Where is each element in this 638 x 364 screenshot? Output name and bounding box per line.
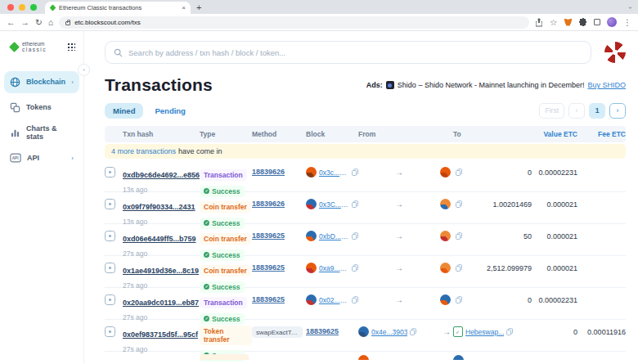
zoom-window-button[interactable] — [30, 4, 37, 11]
txn-hash-link[interactable]: 0xd06e6449ff5...b759 — [123, 235, 196, 243]
table-row[interactable]: 0x09f79f90334...243113s ago Coin transfe… — [105, 192, 626, 224]
ads-link[interactable]: Buy SHIDO — [587, 81, 626, 89]
copy-icon[interactable] — [352, 232, 358, 240]
col-value-sort[interactable]: Value ETC — [532, 130, 577, 138]
network-switcher-grid-icon[interactable] — [68, 43, 75, 51]
minimize-window-button[interactable] — [19, 4, 25, 11]
reload-icon[interactable]: ↻ — [35, 18, 43, 27]
profile-avatar[interactable] — [607, 17, 617, 27]
fee-cell: 0.00002231 — [532, 166, 577, 177]
tab-overflow-chevron-icon[interactable]: › — [627, 7, 634, 9]
new-transactions-banner: 4 more transactions have come in — [105, 144, 626, 159]
sidebar: ethereum classic ‹ Blockchain › Tokens — [0, 31, 84, 363]
close-tab-icon[interactable]: × — [182, 5, 186, 11]
tab-mined[interactable]: Mined — [105, 103, 143, 119]
from-avatar — [306, 263, 317, 273]
tab-title: Ethereum Classic transactions — [59, 4, 178, 11]
table-row[interactable]: 0xd06e6449ff5...b75927s ago Coin transfe… — [105, 224, 626, 256]
arrow-right-icon: → — [440, 326, 453, 336]
side-panel-icon[interactable] — [594, 19, 600, 25]
txn-hash-link[interactable]: 0x0ef983715d5f...95cf — [123, 330, 198, 339]
pagination-prev-button[interactable]: ‹ — [568, 103, 585, 119]
from-address[interactable]: 0xa9...893b — [306, 262, 358, 273]
status-badge: ✓Success — [200, 249, 245, 261]
home-icon[interactable]: ⌂ — [48, 18, 53, 27]
copy-icon[interactable] — [352, 264, 358, 272]
from-address[interactable]: 0x02...C1b5 — [306, 294, 358, 305]
logo-text: ethereum classic — [22, 42, 68, 53]
value-cell: 50 — [453, 230, 532, 240]
extensions-puzzle-icon[interactable] — [579, 18, 587, 26]
sidebar-item-label: Blockchain — [26, 78, 65, 86]
table-row[interactable]: 0x20aa9dc0119...eb8727s ago Transaction✓… — [105, 288, 626, 320]
type-badge: Coin transfer — [200, 265, 251, 276]
type-badge: Coin transfer — [200, 201, 251, 213]
toolbar-icons: ☆ ⋮ — [535, 17, 631, 27]
sidebar-item-api[interactable]: API API › — [4, 147, 79, 169]
to-address[interactable]: Hebeswap... — [453, 326, 532, 337]
txn-hash-link[interactable]: 0x09f79f90334...2431 — [123, 203, 195, 211]
txn-hash-link[interactable]: 0xdb9c6de4692...e856 — [123, 171, 200, 179]
copy-icon[interactable] — [352, 200, 358, 208]
forward-icon[interactable]: → — [21, 18, 30, 27]
to-address[interactable]: 0x02...C1b5 — [440, 294, 453, 305]
copy-icon[interactable] — [410, 328, 416, 335]
table-row[interactable]: 0x0ef983715d5f...95cf27s ago Token trans… — [105, 320, 626, 352]
bookmark-star-icon[interactable]: ☆ — [550, 18, 557, 27]
copy-icon[interactable] — [352, 296, 358, 303]
transactions-table: Txn hash Type Method Block From To Value… — [105, 126, 626, 360]
account-identicon[interactable] — [604, 42, 626, 63]
tab-pending[interactable]: Pending — [146, 103, 193, 119]
lock-icon[interactable] — [65, 21, 70, 25]
arrow-right-icon: → — [358, 198, 440, 209]
to-avatar — [440, 199, 451, 209]
sidebar-item-tokens[interactable]: Tokens — [4, 97, 79, 119]
table-row[interactable]: 0xdb9c6de4692...e85613s ago Transaction✓… — [105, 160, 626, 192]
to-address[interactable]: 0xEB...6e7E — [440, 230, 453, 241]
table-header-row: Txn hash Type Method Block From To Value… — [105, 126, 626, 142]
col-fee-sort[interactable]: Fee ETC — [577, 130, 626, 138]
value-cell: 0 — [453, 166, 532, 177]
metamask-extension-icon[interactable] — [564, 19, 573, 26]
to-address[interactable]: 0x3c...2695 — [440, 166, 453, 178]
back-icon[interactable]: ← — [7, 18, 16, 27]
from-address[interactable]: 0x3c...2695 — [306, 166, 358, 178]
search-bar[interactable] — [105, 41, 591, 64]
block-link[interactable]: 18839626 — [252, 166, 306, 176]
to-address[interactable]: 0x57...6b21 — [440, 198, 453, 209]
ads-text: Shido – Shido Network - Mainnet launchin… — [398, 81, 585, 89]
address-bar[interactable]: etc.blockscout.com/txs — [59, 16, 529, 29]
close-window-button[interactable] — [7, 4, 14, 11]
copy-icon[interactable] — [506, 328, 513, 335]
pagination-first-button[interactable]: First — [539, 103, 564, 119]
new-tab-button[interactable]: + — [196, 2, 201, 12]
table-row[interactable]: 0x1ae4919d36e...8c1927s ago Coin transfe… — [105, 256, 626, 288]
sidebar-item-blockchain[interactable]: Blockchain › — [4, 71, 79, 93]
search-input[interactable] — [128, 48, 582, 57]
block-link[interactable]: 18839625 — [252, 294, 306, 303]
sidebar-item-charts-stats[interactable]: Charts & stats — [4, 122, 79, 144]
copy-icon[interactable] — [352, 169, 358, 176]
txn-hash-link[interactable]: 0x1ae4919d36e...8c19 — [123, 267, 199, 275]
success-check-icon: ✓ — [204, 284, 209, 290]
to-address[interactable]: 0x57...6b21 — [440, 262, 453, 273]
block-link[interactable]: 18839625 — [306, 326, 358, 335]
window-controls — [0, 4, 45, 14]
from-address[interactable]: 0x3C...e4A9 — [306, 198, 358, 209]
from-address[interactable]: 0xbD...8DbE — [306, 230, 358, 241]
block-link[interactable]: 18839625 — [252, 230, 306, 240]
api-icon: API — [10, 153, 21, 163]
share-icon[interactable] — [535, 18, 543, 27]
browser-menu-kebab-icon[interactable]: ⋮ — [623, 18, 632, 27]
pagination-next-button[interactable]: › — [609, 103, 626, 119]
browser-tab[interactable]: Ethereum Classic transactions × — [45, 2, 191, 14]
txn-hash-link[interactable]: 0x20aa9dc0119...eb87 — [123, 299, 199, 307]
new-transactions-link[interactable]: 4 more transactions — [111, 147, 176, 155]
block-link[interactable]: 18839626 — [252, 198, 306, 208]
block-link[interactable]: 18839625 — [252, 262, 306, 272]
pagination-current-page[interactable]: 1 — [589, 103, 605, 119]
status-badge: ✓Success — [200, 281, 245, 293]
sidebar-collapse-button[interactable]: ‹ — [78, 64, 90, 76]
from-address[interactable]: 0x4e...3903 — [358, 326, 440, 337]
value-cell: 0 — [532, 326, 577, 336]
